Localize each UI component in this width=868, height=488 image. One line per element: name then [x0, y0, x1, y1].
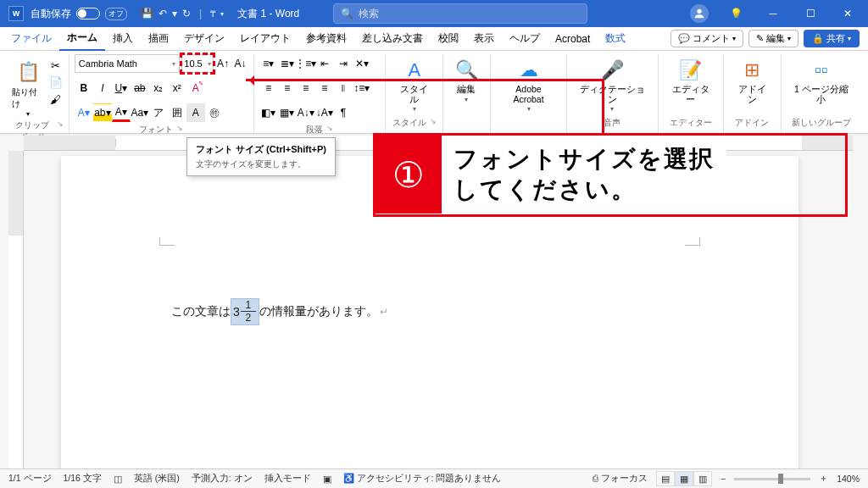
paste-button[interactable]: 📋 貼り付け ▾	[12, 54, 45, 118]
grow-font-icon[interactable]: A↑	[215, 54, 231, 73]
inc-indent-icon[interactable]: ⇥	[334, 54, 353, 73]
vertical-ruler[interactable]	[8, 151, 24, 469]
text-effects-icon[interactable]: A▾	[75, 103, 93, 122]
distributed-icon[interactable]: ⫴	[334, 79, 353, 97]
cut-icon[interactable]: ✂	[48, 58, 64, 73]
help-lightbulb-icon[interactable]: 💡	[719, 0, 753, 27]
font-color-icon[interactable]: A▾	[112, 103, 131, 122]
zoom-in-icon[interactable]: ＋	[819, 473, 828, 485]
addins-button[interactable]: ⊞アドイン	[729, 54, 776, 115]
maximize-icon[interactable]: ☐	[793, 0, 827, 27]
tab-help[interactable]: ヘルプ	[502, 27, 548, 51]
zoom-level[interactable]: 140%	[837, 474, 860, 484]
find-button[interactable]: 🔍編集▾	[448, 54, 485, 115]
tab-mailings[interactable]: 差し込み文書	[354, 27, 431, 51]
align-left-icon[interactable]: ≡	[259, 79, 278, 97]
status-language[interactable]: 英語 (米国)	[134, 473, 180, 485]
asian-layout-icon[interactable]: ✕▾	[353, 54, 371, 73]
show-marks-icon[interactable]: ¶	[334, 103, 353, 122]
styles-button[interactable]: Aスタイル▾	[391, 54, 437, 115]
bullets-icon[interactable]: ≡▾	[259, 54, 278, 73]
paragraph-launcher-icon[interactable]: ↘	[326, 124, 333, 136]
save-icon[interactable]: 💾	[141, 8, 153, 19]
change-case-icon[interactable]: Aa▾	[131, 103, 149, 122]
sort-icon[interactable]: A↓▾	[297, 103, 315, 122]
qat-dropdown-icon[interactable]: ▾	[172, 8, 177, 19]
zoom-out-icon[interactable]: −	[721, 474, 726, 484]
justify-icon[interactable]: ≡	[315, 79, 334, 97]
numbering-icon[interactable]: ≣▾	[278, 54, 297, 73]
status-page[interactable]: 1/1 ページ	[8, 473, 52, 485]
underline-icon[interactable]: U▾	[112, 79, 131, 97]
shrink-one-page-button[interactable]: ▫▫1 ページ分縮小	[787, 54, 856, 115]
superscript-icon[interactable]: x²	[168, 79, 186, 97]
document-text[interactable]: この文章は 3 1 2 の情報量があります。 ↵	[171, 298, 388, 325]
editor-button[interactable]: 📝エディター	[664, 54, 719, 115]
search-box[interactable]: 🔍 検索	[333, 3, 587, 24]
font-size-combo[interactable]: 10.5▾	[181, 54, 213, 73]
status-accessibility[interactable]: ♿ アクセシビリティ: 問題ありません	[343, 473, 502, 485]
line-spacing-icon[interactable]: ↕≡▾	[353, 79, 371, 97]
acrobat-button[interactable]: ☁Adobe Acrobat▾	[496, 54, 561, 115]
tab-acrobat[interactable]: Acrobat	[548, 27, 598, 51]
subscript-icon[interactable]: x₂	[149, 79, 168, 97]
qat-dropdown2-icon[interactable]: ▾	[220, 10, 224, 18]
close-icon[interactable]: ✕	[831, 0, 865, 27]
share-button[interactable]: 🔒 共有 ▾	[804, 30, 860, 47]
char-border-icon[interactable]: 囲	[168, 103, 186, 122]
dec-indent-icon[interactable]: ⇤	[315, 54, 334, 73]
char-shading-icon[interactable]: A	[186, 103, 205, 122]
account-avatar-icon[interactable]	[690, 4, 709, 23]
align-center-icon[interactable]: ≡	[278, 79, 297, 97]
tab-insert[interactable]: 挿入	[105, 27, 141, 51]
comments-button[interactable]: 💬 コメント ▾	[670, 30, 743, 47]
dictation-button[interactable]: 🎤ディクテーション▾	[572, 54, 652, 115]
bold-icon[interactable]: B	[75, 79, 93, 97]
copy-icon[interactable]: 📄	[48, 75, 64, 90]
status-insert-mode[interactable]: 挿入モード	[264, 473, 311, 485]
tab-equation[interactable]: 数式	[598, 27, 633, 51]
view-web-icon[interactable]: ▥	[693, 471, 712, 486]
tab-layout[interactable]: レイアウト	[232, 27, 298, 51]
toggle-switch[interactable]	[76, 8, 100, 19]
status-text-prop-icon[interactable]: ◫	[114, 474, 122, 484]
enclose-char-icon[interactable]: ㊕	[205, 103, 224, 122]
tab-file[interactable]: ファイル	[3, 27, 59, 51]
phonetic-icon[interactable]: ア	[149, 103, 168, 122]
status-macro-icon[interactable]: ▣	[323, 474, 331, 484]
tab-home[interactable]: ホーム	[59, 27, 105, 51]
editing-mode-button[interactable]: ✎ 編集 ▾	[748, 30, 798, 47]
tab-draw[interactable]: 描画	[141, 27, 176, 51]
equation-selection[interactable]: 3 1 2	[231, 298, 259, 325]
status-predict[interactable]: 予測入力: オン	[192, 473, 253, 485]
qat-extra-icon[interactable]: ₸	[210, 9, 215, 19]
minimize-icon[interactable]: ─	[756, 0, 790, 27]
strike-icon[interactable]: ab	[131, 79, 149, 97]
italic-icon[interactable]: I	[93, 79, 112, 97]
focus-mode-button[interactable]: ⎙ フォーカス	[593, 473, 648, 485]
format-painter-icon[interactable]: 🖌	[48, 92, 64, 107]
borders-icon[interactable]: ▦▾	[278, 103, 297, 122]
font-launcher-icon[interactable]: ↘	[176, 124, 183, 136]
tab-review[interactable]: 校閲	[431, 27, 466, 51]
styles-launcher-icon[interactable]: ↘	[430, 117, 437, 129]
tab-references[interactable]: 参考資料	[298, 27, 354, 51]
clear-format-icon[interactable]: A✎	[186, 79, 205, 97]
tab-view[interactable]: 表示	[466, 27, 502, 51]
sort2-icon[interactable]: ↓A▾	[315, 103, 334, 122]
undo-icon[interactable]: ↶	[159, 8, 167, 19]
status-word-count[interactable]: 1/16 文字	[64, 473, 102, 485]
shading-icon[interactable]: ◧▾	[259, 103, 278, 122]
align-right-icon[interactable]: ≡	[297, 79, 315, 97]
shrink-font-icon[interactable]: A↓	[232, 54, 248, 73]
view-read-icon[interactable]: ▤	[656, 471, 675, 486]
highlight-icon[interactable]: ab▾	[93, 103, 112, 122]
font-name-combo[interactable]: Cambria Math▾	[75, 54, 180, 73]
redo-icon[interactable]: ↻	[182, 8, 191, 19]
view-print-icon[interactable]: ▦	[675, 471, 693, 486]
tab-design[interactable]: デザイン	[176, 27, 232, 51]
autosave-toggle[interactable]: 自動保存 オフ	[31, 7, 127, 21]
group-clipboard: 📋 貼り付け ▾ ✂ 📄 🖌 クリップボード ↘	[7, 54, 70, 133]
multilevel-icon[interactable]: ⋮≡▾	[297, 54, 315, 73]
zoom-slider[interactable]	[734, 478, 810, 480]
